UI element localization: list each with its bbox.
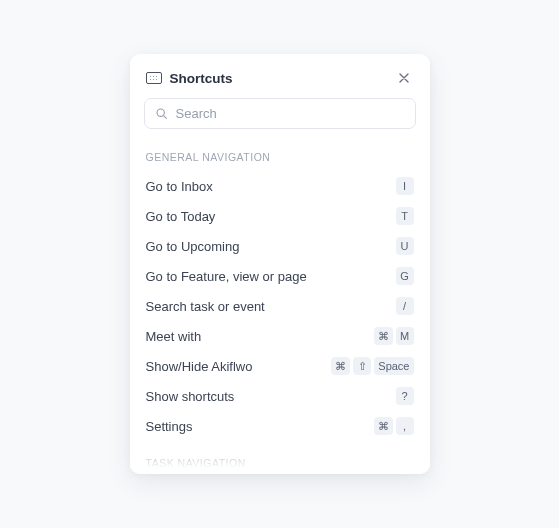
- key-badge: ,: [396, 417, 414, 435]
- key-badge: M: [396, 327, 414, 345]
- key-badge: I: [396, 177, 414, 195]
- shortcut-keys: I: [396, 177, 414, 195]
- svg-line-1: [163, 116, 166, 119]
- shortcut-label: Go to Upcoming: [146, 239, 240, 254]
- shortcut-label: Meet with: [146, 329, 202, 344]
- shortcut-keys: ⌘M: [374, 327, 414, 345]
- key-badge: ⌘: [331, 357, 350, 375]
- shortcut-row[interactable]: Search task or event/: [144, 291, 416, 321]
- keyboard-icon: [146, 72, 162, 84]
- panel-header: Shortcuts: [130, 54, 430, 98]
- shortcut-row[interactable]: Meet with⌘M: [144, 321, 416, 351]
- shortcut-label: Settings: [146, 419, 193, 434]
- search-box[interactable]: [144, 98, 416, 129]
- search-input[interactable]: [176, 106, 405, 121]
- shortcut-label: Show shortcuts: [146, 389, 235, 404]
- shortcuts-panel: Shortcuts GENERAL NAVIGATIONGo to InboxI…: [130, 54, 430, 474]
- close-icon: [398, 72, 410, 84]
- shortcut-keys: U: [396, 237, 414, 255]
- key-badge: ⌘: [374, 417, 393, 435]
- key-badge: ?: [396, 387, 414, 405]
- shortcut-label: Show/Hide Akiflwo: [146, 359, 253, 374]
- key-badge: /: [396, 297, 414, 315]
- shortcut-row[interactable]: Go to TodayT: [144, 201, 416, 231]
- shortcut-label: Search task or event: [146, 299, 265, 314]
- section-heading: TASK NAVIGATION: [144, 441, 416, 474]
- key-badge: ⌘: [374, 327, 393, 345]
- shortcut-keys: ⌘⇧Space: [331, 357, 413, 375]
- key-badge: U: [396, 237, 414, 255]
- shortcut-keys: T: [396, 207, 414, 225]
- shortcut-row[interactable]: Show/Hide Akiflwo⌘⇧Space: [144, 351, 416, 381]
- section-heading: GENERAL NAVIGATION: [144, 145, 416, 171]
- shortcut-row[interactable]: Go to InboxI: [144, 171, 416, 201]
- shortcut-row[interactable]: Settings⌘,: [144, 411, 416, 441]
- key-badge: ⇧: [353, 357, 371, 375]
- shortcut-keys: ?: [396, 387, 414, 405]
- shortcut-row[interactable]: Go to Feature, view or pageG: [144, 261, 416, 291]
- key-badge: G: [396, 267, 414, 285]
- shortcut-row[interactable]: Show shortcuts?: [144, 381, 416, 411]
- shortcuts-list: GENERAL NAVIGATIONGo to InboxIGo to Toda…: [130, 137, 430, 474]
- close-button[interactable]: [394, 68, 414, 88]
- shortcut-keys: /: [396, 297, 414, 315]
- shortcut-keys: ⌘,: [374, 417, 414, 435]
- key-badge: Space: [374, 357, 413, 375]
- shortcut-label: Go to Feature, view or page: [146, 269, 307, 284]
- search-container: [130, 98, 430, 137]
- search-icon: [155, 107, 168, 120]
- shortcut-label: Go to Today: [146, 209, 216, 224]
- shortcut-row[interactable]: Go to UpcomingU: [144, 231, 416, 261]
- key-badge: T: [396, 207, 414, 225]
- panel-title: Shortcuts: [170, 71, 394, 86]
- shortcut-keys: G: [396, 267, 414, 285]
- shortcut-label: Go to Inbox: [146, 179, 213, 194]
